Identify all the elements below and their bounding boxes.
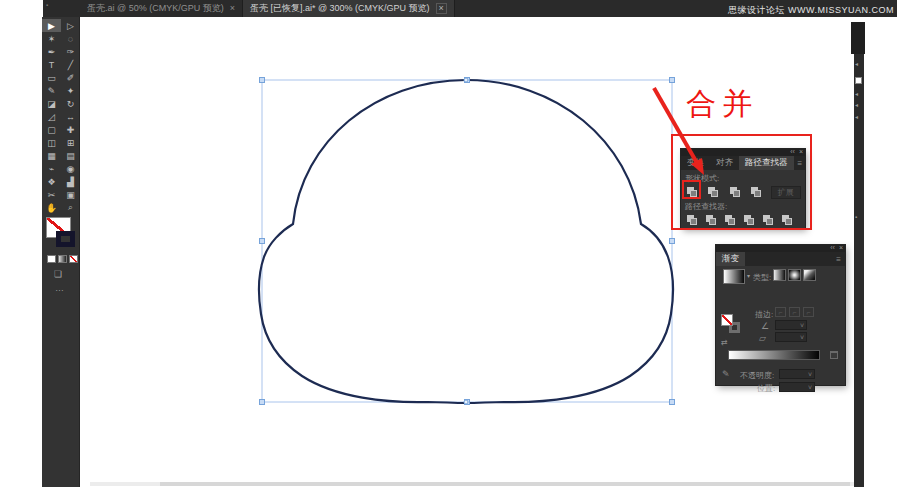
blend-tool[interactable]: ◉ bbox=[61, 162, 80, 175]
scrollbar-thumb[interactable] bbox=[160, 482, 850, 486]
gradient-slider[interactable] bbox=[728, 350, 820, 360]
edit-toolbar-more-icon[interactable]: … bbox=[55, 283, 65, 293]
close-icon[interactable]: × bbox=[230, 4, 235, 13]
tools-panel: ▶▷✶◌✒✑T╱▭✐✎✦◪↻◿↔▢✚◫⊞▦▤⌁◉❖▟✂▣✋⌕ ❏ … bbox=[42, 17, 80, 487]
reverse-gradient-icon[interactable]: ⇄ bbox=[721, 338, 728, 347]
dock-panel-icon[interactable]: ▪ bbox=[855, 214, 857, 220]
none-button[interactable] bbox=[69, 255, 78, 263]
symbol-sprayer-tool[interactable]: ❖ bbox=[42, 175, 61, 188]
opacity-label: 不透明度: bbox=[740, 370, 774, 381]
lasso-tool[interactable]: ◌ bbox=[61, 32, 80, 45]
angle-select[interactable]: ˅ bbox=[775, 320, 807, 330]
screen-mode-icon[interactable]: ❏ bbox=[54, 269, 62, 279]
width-tool[interactable]: ↔ bbox=[61, 110, 80, 123]
scale-tool[interactable]: ◿ bbox=[42, 110, 61, 123]
eraser-tool[interactable]: ◪ bbox=[42, 97, 61, 110]
close-icon[interactable]: × bbox=[436, 3, 447, 14]
document-tab-1-label: 蛋壳.ai @ 50% (CMYK/GPU 预览) bbox=[87, 2, 224, 15]
angle-icon: ∠ bbox=[761, 321, 769, 331]
aspect-ratio-icon: ▱ bbox=[759, 333, 766, 343]
dock-expand-icon[interactable]: ◂ bbox=[855, 60, 858, 67]
freeform-gradient-button[interactable] bbox=[803, 269, 816, 281]
gradient-preview-swatch[interactable] bbox=[723, 269, 745, 284]
gradient-tool[interactable]: ▤ bbox=[61, 149, 80, 162]
shell-shape-path[interactable] bbox=[259, 80, 673, 403]
selection-bounding-box bbox=[262, 80, 672, 402]
selection-tool[interactable]: ▶ bbox=[42, 19, 61, 32]
hand-tool[interactable]: ✋ bbox=[42, 201, 61, 214]
direct-selection-tool[interactable]: ▷ bbox=[61, 19, 80, 32]
perspective-grid-tool[interactable]: ⊞ bbox=[61, 136, 80, 149]
artboard-tool[interactable]: ▣ bbox=[61, 188, 80, 201]
anchor-point-top[interactable] bbox=[464, 78, 468, 82]
chevron-down-icon: ˅ bbox=[808, 383, 812, 392]
stroke-label: 描边: bbox=[755, 309, 773, 320]
panel-menu-icon[interactable]: ≡ bbox=[832, 255, 845, 264]
collapsed-panel-dock[interactable]: ◂ ◂ ◂ ◂ ▪ bbox=[854, 22, 864, 487]
color-button[interactable] bbox=[47, 255, 56, 263]
dock-panel-icon[interactable]: ◂ bbox=[855, 90, 858, 97]
puppet-warp-tool[interactable]: ✚ bbox=[61, 123, 80, 136]
line-segment-tool[interactable]: ╱ bbox=[61, 58, 80, 71]
eyedropper-tool[interactable]: ⌁ bbox=[42, 162, 61, 175]
selection-handles[interactable] bbox=[260, 78, 675, 405]
chevron-down-icon: ˅ bbox=[800, 321, 804, 330]
column-graph-tool[interactable]: ▟ bbox=[61, 175, 80, 188]
dock-color-swatch[interactable] bbox=[855, 77, 862, 84]
tabbar-corner-mark: ▪ bbox=[46, 2, 48, 8]
delete-stop-icon[interactable] bbox=[830, 351, 838, 359]
radial-gradient-button[interactable] bbox=[788, 269, 801, 281]
pen-tool[interactable]: ✒ bbox=[42, 45, 61, 58]
watermark-text: 思缘设计论坛 WWW.MISSYUAN.COM bbox=[728, 4, 894, 17]
artboard-canvas[interactable] bbox=[0, 0, 897, 487]
tab-gradient[interactable]: 渐变 bbox=[716, 252, 745, 266]
gradient-panel: ‹‹ × 渐变 ≡ ▾ 类型: 描边: ⌐ ⌐ ⌐ ⇄ ∠ ˅ ▱ ˅ ✎ 不透… bbox=[716, 245, 845, 385]
dock-panel-icon[interactable]: ◂ bbox=[855, 113, 858, 120]
shaper-tool[interactable]: ✦ bbox=[61, 84, 80, 97]
chevron-down-icon: ˅ bbox=[808, 370, 812, 379]
magic-wand-tool[interactable]: ✶ bbox=[42, 32, 61, 45]
stroke-across-button[interactable]: ⌐ bbox=[803, 307, 814, 317]
free-transform-tool[interactable]: ▢ bbox=[42, 123, 61, 136]
document-tab-2[interactable]: 蛋壳 [已恢复].ai* @ 300% (CMYK/GPU 预览) × bbox=[243, 0, 455, 17]
stroke-swatch[interactable] bbox=[56, 231, 75, 247]
type-tool[interactable]: T bbox=[42, 58, 61, 71]
stroke-within-button[interactable]: ⌐ bbox=[775, 307, 786, 317]
location-label: 位置: bbox=[757, 383, 775, 394]
chevron-down-icon: ˅ bbox=[800, 333, 804, 342]
document-tab-1[interactable]: 蛋壳.ai @ 50% (CMYK/GPU 预览) × bbox=[80, 0, 243, 17]
shape-builder-tool[interactable]: ◫ bbox=[42, 136, 61, 149]
dock-panel-icon[interactable]: ◂ bbox=[855, 101, 858, 108]
type-label: 类型: bbox=[753, 272, 771, 283]
edit-gradient-pencil-icon[interactable]: ✎ bbox=[722, 369, 730, 379]
zoom-tool[interactable]: ⌕ bbox=[61, 201, 80, 214]
stroke-along-button[interactable]: ⌐ bbox=[789, 307, 800, 317]
linear-gradient-button[interactable] bbox=[773, 269, 786, 281]
gradient-button[interactable] bbox=[58, 255, 67, 263]
close-icon[interactable]: × bbox=[839, 244, 843, 251]
anchor-point-bottom[interactable] bbox=[464, 400, 468, 404]
slice-tool[interactable]: ✂ bbox=[42, 188, 61, 201]
opacity-select[interactable]: ˅ bbox=[779, 369, 815, 379]
fill-none-indicator[interactable] bbox=[721, 314, 733, 326]
dock-tab[interactable] bbox=[851, 22, 865, 54]
curvature-tool[interactable]: ✑ bbox=[61, 45, 80, 58]
rotate-tool[interactable]: ↻ bbox=[61, 97, 80, 110]
panel-titlebar[interactable]: ‹‹ × bbox=[716, 245, 845, 252]
collapse-panel-icon[interactable]: ‹‹ bbox=[830, 244, 835, 251]
pencil-tool[interactable]: ✎ bbox=[42, 84, 61, 97]
rectangle-tool[interactable]: ▭ bbox=[42, 71, 61, 84]
annotation-highlight-rect-unite bbox=[682, 180, 701, 199]
mesh-tool[interactable]: ▦ bbox=[42, 149, 61, 162]
paintbrush-tool[interactable]: ✐ bbox=[61, 71, 80, 84]
aspect-ratio-select[interactable]: ˅ bbox=[775, 332, 807, 342]
location-select[interactable]: ˅ bbox=[779, 382, 815, 392]
annotation-merge-label: 合并 bbox=[686, 84, 758, 125]
caret-down-icon[interactable]: ▾ bbox=[747, 272, 750, 279]
horizontal-scrollbar[interactable] bbox=[90, 482, 855, 486]
document-tab-2-label: 蛋壳 [已恢复].ai* @ 300% (CMYK/GPU 预览) bbox=[250, 2, 430, 15]
